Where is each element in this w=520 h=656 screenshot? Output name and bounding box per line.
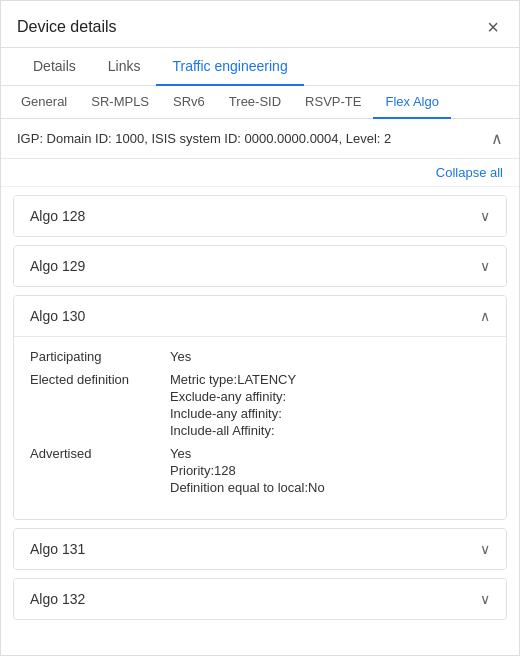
- tab-srv6[interactable]: SRv6: [161, 86, 217, 119]
- advertised-value-1: Priority:128: [170, 463, 325, 478]
- elected-value-3: Include-all Affinity:: [170, 423, 296, 438]
- modal-header: Device details ×: [1, 1, 519, 48]
- algo-130-title: Algo 130: [30, 308, 85, 324]
- tab-flex-algo[interactable]: Flex Algo: [373, 86, 450, 119]
- advertised-label: Advertised: [30, 446, 170, 461]
- igp-text: IGP: Domain ID: 1000, ISIS system ID: 00…: [17, 131, 391, 146]
- igp-chevron-up-icon[interactable]: ∧: [491, 129, 503, 148]
- modal-title: Device details: [17, 18, 117, 36]
- elected-value-1: Exclude-any affinity:: [170, 389, 296, 404]
- participating-label: Participating: [30, 349, 170, 364]
- close-button[interactable]: ×: [483, 15, 503, 39]
- advertised-value-0: Yes: [170, 446, 325, 461]
- elected-label: Elected definition: [30, 372, 170, 387]
- advertised-row: Advertised Yes Priority:128 Definition e…: [30, 446, 490, 495]
- tab-links[interactable]: Links: [92, 48, 157, 86]
- algo-132-chevron-down-icon: ∨: [480, 591, 490, 607]
- algo-130-chevron-up-icon: ∧: [480, 308, 490, 324]
- tab-tree-sid[interactable]: Tree-SID: [217, 86, 293, 119]
- tab-sr-mpls[interactable]: SR-MPLS: [79, 86, 161, 119]
- advertised-values: Yes Priority:128 Definition equal to loc…: [170, 446, 325, 495]
- tab-general[interactable]: General: [9, 86, 79, 119]
- algo-128-section: Algo 128 ∨: [13, 195, 507, 237]
- algo-130-header[interactable]: Algo 130 ∧: [14, 296, 506, 336]
- collapse-all-button[interactable]: Collapse all: [436, 165, 503, 180]
- algo-130-section: Algo 130 ∧ Participating Yes Elected def…: [13, 295, 507, 520]
- algo-129-chevron-down-icon: ∨: [480, 258, 490, 274]
- elected-value-2: Include-any affinity:: [170, 406, 296, 421]
- algo-130-body: Participating Yes Elected definition Met…: [14, 336, 506, 519]
- algo-129-section: Algo 129 ∨: [13, 245, 507, 287]
- algo-129-header[interactable]: Algo 129 ∨: [14, 246, 506, 286]
- participating-values: Yes: [170, 349, 191, 364]
- algo-131-title: Algo 131: [30, 541, 85, 557]
- secondary-tabs: General SR-MPLS SRv6 Tree-SID RSVP-TE Fl…: [1, 86, 519, 119]
- igp-header: IGP: Domain ID: 1000, ISIS system ID: 00…: [1, 119, 519, 159]
- algo-128-title: Algo 128: [30, 208, 85, 224]
- algo-129-title: Algo 129: [30, 258, 85, 274]
- algo-128-header[interactable]: Algo 128 ∨: [14, 196, 506, 236]
- collapse-all-bar: Collapse all: [1, 159, 519, 187]
- content-area: IGP: Domain ID: 1000, ISIS system ID: 00…: [1, 119, 519, 655]
- algo-132-title: Algo 132: [30, 591, 85, 607]
- advertised-value-2: Definition equal to local:No: [170, 480, 325, 495]
- tab-details[interactable]: Details: [17, 48, 92, 86]
- algo-128-chevron-down-icon: ∨: [480, 208, 490, 224]
- algo-131-header[interactable]: Algo 131 ∨: [14, 529, 506, 569]
- device-details-modal: Device details × Details Links Traffic e…: [0, 0, 520, 656]
- elected-row: Elected definition Metric type:LATENCY E…: [30, 372, 490, 438]
- elected-value-0: Metric type:LATENCY: [170, 372, 296, 387]
- primary-tabs: Details Links Traffic engineering: [1, 48, 519, 86]
- algo-132-header[interactable]: Algo 132 ∨: [14, 579, 506, 619]
- tab-traffic-engineering[interactable]: Traffic engineering: [156, 48, 303, 86]
- algo-131-chevron-down-icon: ∨: [480, 541, 490, 557]
- elected-values: Metric type:LATENCY Exclude-any affinity…: [170, 372, 296, 438]
- participating-value: Yes: [170, 349, 191, 364]
- tab-rsvp-te[interactable]: RSVP-TE: [293, 86, 373, 119]
- algo-131-section: Algo 131 ∨: [13, 528, 507, 570]
- participating-row: Participating Yes: [30, 349, 490, 364]
- algo-132-section: Algo 132 ∨: [13, 578, 507, 620]
